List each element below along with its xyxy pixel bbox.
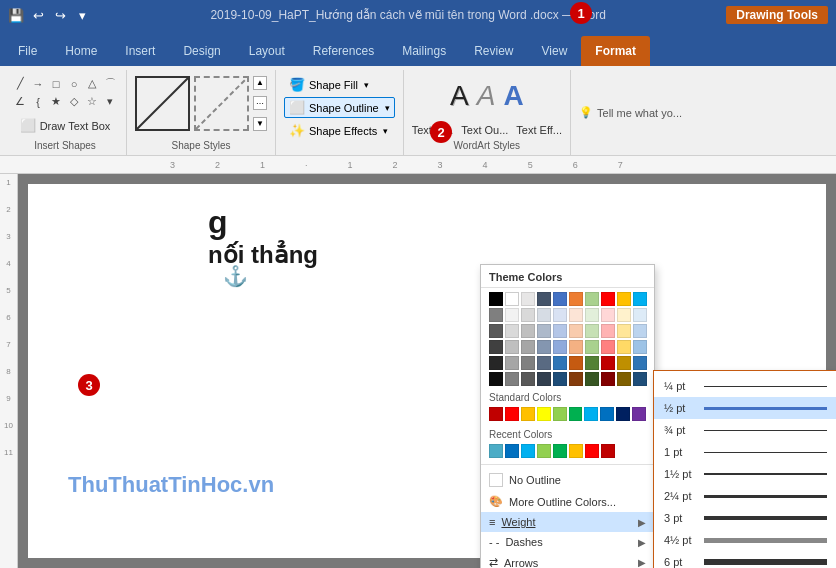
color-swatch[interactable] (537, 372, 551, 386)
color-swatch[interactable] (585, 308, 599, 322)
color-swatch[interactable] (489, 356, 503, 370)
color-swatch[interactable] (521, 356, 535, 370)
color-swatch[interactable] (617, 340, 631, 354)
more-icon[interactable]: ▾ (102, 94, 118, 110)
color-swatch[interactable] (489, 324, 503, 338)
color-swatch[interactable] (633, 308, 647, 322)
weight-45pt[interactable]: 4½ pt (654, 529, 836, 551)
dashes-item[interactable]: - - Dashes ▶ (481, 532, 654, 552)
recent-color-swatch[interactable] (569, 444, 583, 458)
wordart-A1[interactable]: A (450, 80, 469, 112)
std-color-swatch[interactable] (537, 407, 551, 421)
brace-icon[interactable]: { (30, 94, 46, 110)
effect-dropdown-arrow[interactable]: ▾ (383, 126, 388, 136)
weight-3pt[interactable]: 3 pt (654, 507, 836, 529)
wordart-A3[interactable]: A (503, 80, 523, 112)
more-styles-btn[interactable]: ⋯ (253, 96, 267, 110)
doc-area[interactable]: g nối thẳng ⚓ ThuThuatTinHoc.vn 3 Theme … (18, 174, 836, 568)
color-swatch[interactable] (585, 324, 599, 338)
color-swatch[interactable] (633, 292, 647, 306)
color-swatch[interactable] (617, 324, 631, 338)
color-swatch[interactable] (521, 292, 535, 306)
color-swatch[interactable] (585, 340, 599, 354)
shape-effect-btn[interactable]: ✨ Shape Effects ▾ (284, 120, 395, 141)
color-swatch[interactable] (553, 340, 567, 354)
color-swatch[interactable] (537, 324, 551, 338)
tab-design[interactable]: Design (169, 36, 234, 66)
color-swatch[interactable] (601, 308, 615, 322)
color-swatch[interactable] (521, 308, 535, 322)
recent-color-swatch[interactable] (553, 444, 567, 458)
angle-icon[interactable]: ∠ (12, 94, 28, 110)
no-outline-item[interactable]: No Outline (481, 469, 654, 491)
color-swatch[interactable] (521, 324, 535, 338)
weight-6pt[interactable]: 6 pt (654, 551, 836, 568)
triangle-icon[interactable]: △ (84, 76, 100, 92)
color-swatch[interactable] (553, 324, 567, 338)
tab-view[interactable]: View (528, 36, 582, 66)
tab-file[interactable]: File (4, 36, 51, 66)
scroll-down-btn[interactable]: ▼ (253, 117, 267, 131)
rect-icon[interactable]: □ (48, 76, 64, 92)
color-swatch[interactable] (553, 372, 567, 386)
color-swatch[interactable] (505, 324, 519, 338)
recent-color-swatch[interactable] (585, 444, 599, 458)
color-swatch[interactable] (601, 340, 615, 354)
scroll-up-btn[interactable]: ▲ (253, 76, 267, 90)
color-swatch[interactable] (601, 356, 615, 370)
tell-me-section[interactable]: 💡 Tell me what yo... (570, 70, 690, 155)
color-swatch[interactable] (569, 340, 583, 354)
outline-dropdown-arrow[interactable]: ▾ (385, 103, 390, 113)
color-swatch[interactable] (569, 356, 583, 370)
solid-shape-preview[interactable] (135, 76, 190, 131)
wordart-A2[interactable]: A (477, 80, 496, 112)
color-swatch[interactable] (617, 308, 631, 322)
std-color-swatch[interactable] (569, 407, 583, 421)
color-swatch[interactable] (585, 292, 599, 306)
color-swatch[interactable] (569, 308, 583, 322)
color-swatch[interactable] (489, 308, 503, 322)
color-swatch[interactable] (537, 356, 551, 370)
color-swatch[interactable] (569, 372, 583, 386)
color-swatch[interactable] (505, 308, 519, 322)
color-swatch[interactable] (505, 340, 519, 354)
tab-review[interactable]: Review (460, 36, 527, 66)
color-swatch[interactable] (537, 308, 551, 322)
color-swatch[interactable] (553, 292, 567, 306)
customize-icon[interactable]: ▾ (74, 7, 90, 23)
curved-icon[interactable]: ⌒ (102, 76, 118, 92)
color-swatch[interactable] (553, 356, 567, 370)
arrows-item[interactable]: ⇄ Arrows ▶ (481, 552, 654, 568)
color-swatch[interactable] (633, 356, 647, 370)
color-swatch[interactable] (489, 292, 503, 306)
tab-home[interactable]: Home (51, 36, 111, 66)
color-swatch[interactable] (569, 292, 583, 306)
recent-color-swatch[interactable] (489, 444, 503, 458)
color-swatch[interactable] (633, 340, 647, 354)
color-swatch[interactable] (617, 356, 631, 370)
shape-style-dropdown[interactable]: ▲ ⋯ ▼ (253, 76, 267, 131)
more-outline-colors-item[interactable]: 🎨 More Outline Colors... (481, 491, 654, 512)
shape-fill-btn[interactable]: 🪣 Shape Fill ▾ (284, 74, 395, 95)
std-color-swatch[interactable] (616, 407, 630, 421)
recent-color-swatch[interactable] (521, 444, 535, 458)
redo-icon[interactable]: ↪ (52, 7, 68, 23)
color-swatch[interactable] (521, 372, 535, 386)
color-swatch[interactable] (585, 372, 599, 386)
color-swatch[interactable] (505, 356, 519, 370)
color-swatch[interactable] (601, 324, 615, 338)
line-icon[interactable]: ╱ (12, 76, 28, 92)
tab-references[interactable]: References (299, 36, 388, 66)
color-swatch[interactable] (489, 372, 503, 386)
color-swatch[interactable] (505, 292, 519, 306)
dashed-shape-preview[interactable] (194, 76, 249, 131)
oval-icon[interactable]: ○ (66, 76, 82, 92)
shape-outline-btn[interactable]: ⬜ Shape Outline ▾ (284, 97, 395, 118)
recent-color-swatch[interactable] (505, 444, 519, 458)
color-swatch[interactable] (569, 324, 583, 338)
arrow-icon[interactable]: → (30, 76, 46, 92)
std-color-swatch[interactable] (632, 407, 646, 421)
weight-025pt[interactable]: ¼ pt (654, 375, 836, 397)
std-color-swatch[interactable] (553, 407, 567, 421)
std-color-swatch[interactable] (584, 407, 598, 421)
